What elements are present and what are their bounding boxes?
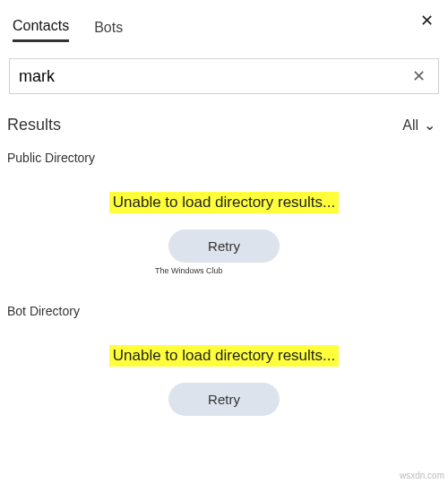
section-bot-directory: Bot Directory Unable to load directory r…: [0, 295, 448, 416]
x-icon: ✕: [412, 67, 426, 85]
section-label: Public Directory: [0, 142, 448, 165]
error-block: Unable to load directory results... Retr…: [0, 192, 448, 263]
close-icon: ✕: [420, 12, 434, 30]
error-message: Unable to load directory results...: [109, 345, 340, 367]
tab-bots[interactable]: Bots: [94, 18, 123, 42]
section-public-directory: Public Directory Unable to load director…: [0, 142, 448, 263]
filter-label: All: [402, 117, 418, 134]
results-header: Results All ⌄: [0, 94, 448, 142]
site-watermark: wsxdn.com: [400, 471, 444, 480]
results-title: Results: [7, 116, 61, 134]
section-label: Bot Directory: [0, 295, 448, 318]
error-message: Unable to load directory results...: [109, 192, 340, 213]
retry-button[interactable]: Retry: [168, 383, 280, 416]
source-watermark: The Windows Club: [155, 267, 223, 275]
tab-bar: Contacts Bots: [0, 0, 448, 42]
close-button[interactable]: ✕: [417, 7, 437, 34]
search-field-wrap: ✕: [9, 58, 439, 94]
search-input[interactable]: [19, 67, 409, 86]
retry-button[interactable]: Retry: [168, 229, 280, 263]
chevron-down-icon: ⌄: [424, 117, 435, 134]
error-block: Unable to load directory results... Retr…: [0, 345, 448, 416]
results-filter[interactable]: All ⌄: [402, 117, 435, 134]
search-clear-button[interactable]: ✕: [409, 66, 429, 86]
tab-contacts[interactable]: Contacts: [13, 18, 69, 42]
